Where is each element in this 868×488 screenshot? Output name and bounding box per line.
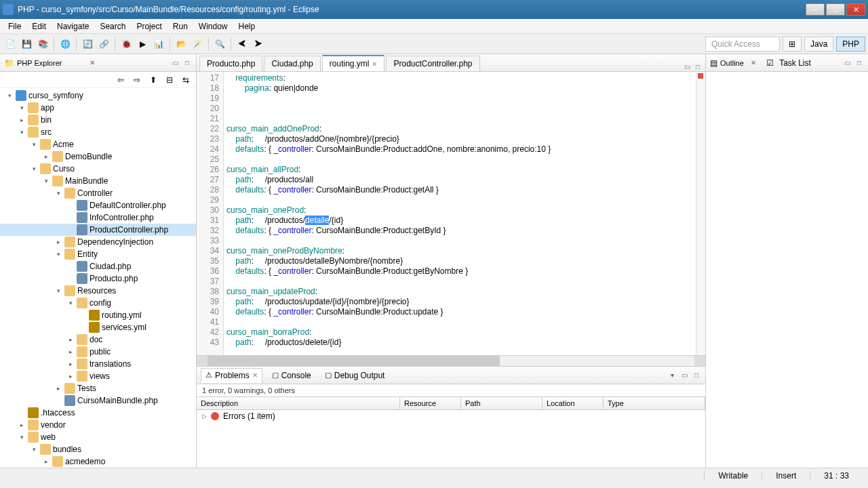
tree-item[interactable]: ProductController.php	[0, 224, 196, 236]
outline-maximize-icon[interactable]: □	[854, 58, 864, 68]
tree-item[interactable]: ▾web	[0, 431, 196, 443]
wand-button[interactable]: 🪄	[190, 37, 205, 52]
outline-title: Outline	[720, 59, 746, 67]
menu-run[interactable]: Run	[167, 20, 193, 33]
menu-edit[interactable]: Edit	[26, 20, 52, 33]
tree-item[interactable]: ▸translations	[0, 358, 196, 370]
minimize-button[interactable]: ─	[806, 3, 825, 16]
nav-back-button[interactable]: ⮜	[235, 37, 250, 52]
console-tab[interactable]: ▢ Console	[268, 369, 315, 382]
col-path[interactable]: Path	[461, 397, 542, 409]
editor-tab[interactable]: Ciudad.php	[264, 56, 320, 71]
open-button[interactable]: 📂	[174, 37, 189, 52]
problems-maximize-icon[interactable]: □	[692, 371, 701, 380]
problems-tab[interactable]: ⚠ Problems ✕	[201, 368, 262, 383]
tree-item[interactable]: routing.yml	[0, 309, 196, 321]
link-button[interactable]: 🔗	[96, 37, 111, 52]
tree-item[interactable]: ▾Resources	[0, 285, 196, 297]
col-location[interactable]: Location	[542, 397, 604, 409]
tree-item[interactable]: ▸DependencyInjection	[0, 236, 196, 248]
tree-item[interactable]: ▸bin	[0, 114, 196, 126]
collapse-icon[interactable]: ⊟	[162, 73, 177, 87]
tree-item[interactable]: ▾bundles	[0, 443, 196, 455]
col-type[interactable]: Type	[604, 397, 705, 409]
tree-item[interactable]: ▾config	[0, 297, 196, 309]
back-icon[interactable]: ⇦	[113, 73, 128, 87]
scroll-thumb[interactable]	[208, 356, 500, 366]
tree-item[interactable]: ▾src	[0, 126, 196, 138]
editor-tab[interactable]: routing.yml✕	[322, 55, 385, 71]
tree-item[interactable]: ▸doc	[0, 333, 196, 346]
nav-fwd-button[interactable]: ⮞	[251, 37, 266, 52]
tree-item[interactable]: InfoController.php	[0, 211, 196, 224]
search-button[interactable]: 🔍	[212, 37, 227, 52]
problems-minimize-icon[interactable]: ▭	[679, 371, 689, 380]
browser-button[interactable]: 🌐	[58, 37, 73, 52]
tasklist-title[interactable]: Task List	[779, 58, 811, 68]
tree-item[interactable]: Ciudad.php	[0, 260, 196, 272]
tree-item[interactable]: ▾curso_symfony	[0, 89, 196, 102]
tree-item[interactable]: ▸vendor	[0, 419, 196, 431]
save-button[interactable]: 💾	[19, 37, 34, 52]
explorer-minimize-icon[interactable]: ▭	[170, 58, 180, 68]
fwd-icon[interactable]: ⇨	[130, 73, 144, 87]
horizontal-scrollbar[interactable]	[197, 355, 705, 366]
tree-item[interactable]: services.yml	[0, 321, 196, 333]
editor-maximize-icon[interactable]: □	[693, 62, 703, 71]
tree-item[interactable]: DefaultController.php	[0, 199, 196, 211]
link-editor-icon[interactable]: ⇆	[178, 73, 193, 87]
tree-item[interactable]: ▾Curso	[0, 163, 196, 175]
error-marker[interactable]	[698, 73, 703, 79]
menu-help[interactable]: Help	[233, 20, 261, 33]
scroll-right-icon[interactable]	[694, 356, 705, 366]
tree-item[interactable]: .htaccess	[0, 407, 196, 419]
tree-item[interactable]: ▸acmedemo	[0, 455, 196, 468]
outline-minimize-icon[interactable]: ▭	[842, 58, 852, 68]
error-group-row[interactable]: ▷ Errors (1 item)	[197, 410, 705, 422]
coverage-button[interactable]: 📊	[151, 37, 166, 52]
explorer-maximize-icon[interactable]: □	[182, 58, 192, 68]
maximize-button[interactable]: □	[826, 3, 845, 16]
col-description[interactable]: Description	[197, 397, 400, 409]
tree-item[interactable]: Producto.php	[0, 272, 196, 285]
problems-menu-icon[interactable]: ▾	[667, 371, 677, 380]
editor-tab[interactable]: Producto.php	[199, 56, 262, 71]
code-editor[interactable]: requirements: pagina: quien|dondecurso_m…	[224, 72, 696, 355]
up-icon[interactable]: ⬆	[146, 73, 161, 87]
tree-item[interactable]: ▾MainBundle	[0, 175, 196, 187]
tree-item[interactable]: ▾Acme	[0, 138, 196, 150]
outline-close-icon[interactable]: ✕	[749, 58, 758, 68]
tree-item[interactable]: CursoMainBundle.php	[0, 394, 196, 407]
refresh-button[interactable]: 🔄	[80, 37, 95, 52]
tree-item[interactable]: ▾Controller	[0, 187, 196, 199]
run-button[interactable]: ▶	[135, 37, 150, 52]
explorer-close-icon[interactable]: ✕	[87, 58, 97, 68]
menu-window[interactable]: Window	[193, 20, 233, 33]
tree-item[interactable]: ▸public	[0, 346, 196, 358]
tree-item[interactable]: ▾Entity	[0, 248, 196, 260]
debug-output-tab[interactable]: ▢ Debug Output	[321, 369, 389, 382]
tree-item[interactable]: ▸Tests	[0, 382, 196, 394]
tree-item[interactable]: ▾app	[0, 102, 196, 114]
menu-navigate[interactable]: Navigate	[52, 20, 94, 33]
tree-item[interactable]: ▸views	[0, 370, 196, 382]
java-perspective-button[interactable]: Java	[804, 37, 833, 52]
editor-tab[interactable]: ProductController.php	[386, 56, 479, 71]
debug-button[interactable]: 🐞	[119, 37, 134, 52]
overview-ruler[interactable]	[696, 72, 705, 355]
save-all-button[interactable]: 📚	[35, 37, 50, 52]
open-perspective-button[interactable]: ⊞	[783, 37, 802, 52]
menu-project[interactable]: Project	[131, 20, 167, 33]
menu-file[interactable]: File	[3, 20, 26, 33]
close-button[interactable]: ✕	[846, 3, 865, 16]
tree-item[interactable]: ▸DemoBundle	[0, 150, 196, 163]
quick-access-input[interactable]: Quick Access	[705, 37, 780, 52]
scroll-left-icon[interactable]	[197, 356, 208, 366]
explorer-tree[interactable]: ▾curso_symfony▾app▸bin▾src▾Acme▸DemoBund…	[0, 88, 196, 468]
outline-icon: ▤	[710, 58, 717, 68]
editor-minimize-icon[interactable]: ▭	[682, 62, 692, 71]
menu-search[interactable]: Search	[94, 20, 131, 33]
new-button[interactable]: 📄	[3, 37, 18, 52]
col-resource[interactable]: Resource	[400, 397, 461, 409]
php-perspective-button[interactable]: PHP	[836, 37, 865, 52]
